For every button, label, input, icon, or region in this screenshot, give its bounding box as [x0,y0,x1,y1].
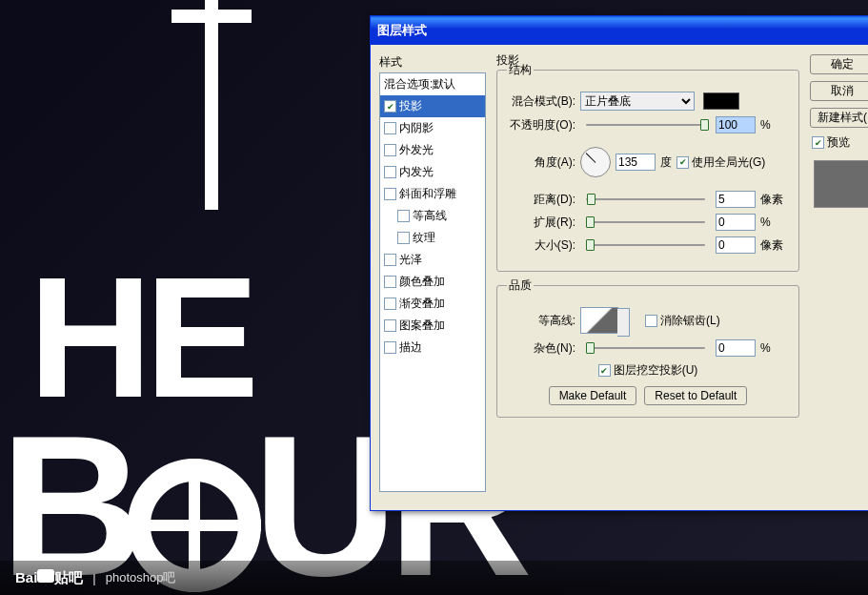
angle-input[interactable] [616,154,656,171]
quality-legend: 品质 [507,277,534,294]
spread-slider[interactable] [586,215,705,230]
style-item-label: 颜色叠加 [399,274,445,290]
checkbox-icon [397,210,410,222]
bg-shape [172,10,252,23]
style-item-label: 混合选项:默认 [384,76,455,92]
preview-swatch [814,160,868,208]
contour-label: 等高线: [507,313,575,329]
distance-unit: 像素 [760,192,789,208]
size-slider[interactable] [586,237,705,253]
style-item-label: 斜面和浮雕 [399,186,456,202]
styles-list: 混合选项:默认投影内阴影外发光内发光斜面和浮雕等高线纹理光泽颜色叠加渐变叠加图案… [379,72,486,492]
style-item[interactable]: 颜色叠加 [380,271,485,293]
cancel-button[interactable]: 取消 [810,81,868,101]
size-input[interactable] [716,236,756,254]
styles-caption: 样式 [379,54,486,71]
angle-unit: 度 [660,154,672,171]
structure-group: 结构 混合模式(B): 正片叠底 不透明度(O): % 角度(A): [496,62,799,272]
style-item-label: 投影 [399,98,422,114]
style-item-label: 纹理 [413,230,435,246]
noise-slider[interactable] [586,340,705,356]
size-unit: 像素 [760,237,789,254]
quality-group: 品质 等高线: 消除锯齿(L) 杂色(N): % [496,277,799,418]
style-item[interactable]: 渐变叠加 [380,293,485,315]
ok-button[interactable]: 确定 [810,54,868,74]
angle-dial[interactable] [580,147,611,177]
spread-unit: % [760,215,789,229]
section-title: 投影 [496,52,519,69]
style-item-label: 渐变叠加 [399,296,445,312]
checkbox-icon [384,100,396,113]
angle-label: 角度(A): [507,154,575,171]
antialias-checkbox[interactable]: 消除锯齿(L) [645,313,720,329]
contour-picker[interactable] [580,307,618,334]
style-item[interactable]: 描边 [380,337,485,359]
watermark-brand: Bai贴吧 [15,569,83,587]
style-item-label: 等高线 [413,208,447,224]
dialog-titlebar[interactable]: 图层样式 [371,16,868,45]
spread-input[interactable] [716,214,756,231]
bg-shape [205,0,218,210]
style-item[interactable]: 外发光 [380,139,485,161]
paw-icon [37,569,54,583]
make-default-button[interactable]: Make Default [549,386,637,405]
opacity-input[interactable] [716,116,756,133]
shadow-color-swatch[interactable] [703,92,739,110]
checkbox-icon [384,298,396,310]
style-item[interactable]: 等高线 [380,205,485,227]
style-item-label: 外发光 [399,142,434,158]
style-item-label: 内发光 [399,164,434,180]
global-light-checkbox[interactable]: 使用全局光(G) [676,154,765,171]
new-style-button[interactable]: 新建样式( [810,108,868,128]
style-item-label: 内阴影 [399,120,434,136]
style-item[interactable]: 纹理 [380,227,485,249]
reset-default-button[interactable]: Reset to Default [644,386,747,405]
watermark-bar: Bai贴吧 | photoshop吧 [0,561,868,595]
checkbox-icon [384,122,396,134]
noise-input[interactable] [716,339,756,357]
distance-slider[interactable] [586,192,705,207]
checkbox-icon [676,156,689,169]
distance-input[interactable] [716,191,756,208]
distance-label: 距离(D): [507,192,575,208]
opacity-unit: % [760,118,789,132]
checkbox-icon [812,136,824,149]
style-item[interactable]: 投影 [380,95,485,117]
dialog-title: 图层样式 [377,22,427,39]
checkbox-icon [384,319,396,332]
blend-label: 混合模式(B): [507,93,575,110]
opacity-slider[interactable] [586,117,705,133]
knockout-checkbox[interactable]: 图层挖空投影(U) [598,362,698,379]
checkbox-icon [384,276,396,288]
checkbox-icon [384,188,396,200]
preview-checkbox[interactable]: 预览 [812,134,868,151]
style-item-label: 描边 [399,339,422,356]
watermark-sep: | [92,571,95,585]
checkbox-icon [384,166,396,178]
opacity-label: 不透明度(O): [507,117,575,133]
style-item-label: 光泽 [399,252,422,268]
layer-style-dialog: 图层样式 样式 混合选项:默认投影内阴影外发光内发光斜面和浮雕等高线纹理光泽颜色… [370,15,868,511]
blend-mode-select[interactable]: 正片叠底 [580,92,695,111]
style-item[interactable]: 光泽 [380,249,485,271]
noise-label: 杂色(N): [507,340,575,357]
style-item[interactable]: 混合选项:默认 [380,73,485,95]
checkbox-icon [384,254,396,266]
checkbox-icon [645,315,657,327]
noise-unit: % [760,341,789,355]
checkbox-icon [397,232,410,244]
size-label: 大小(S): [507,237,575,254]
checkbox-icon [598,364,611,377]
style-item[interactable]: 斜面和浮雕 [380,183,485,205]
checkbox-icon [384,341,396,354]
style-item[interactable]: 图案叠加 [380,315,485,337]
style-item[interactable]: 内发光 [380,161,485,183]
checkbox-icon [384,144,396,156]
spread-label: 扩展(R): [507,215,575,231]
style-item-label: 图案叠加 [399,318,445,334]
watermark-text: photoshop吧 [106,569,176,586]
style-item[interactable]: 内阴影 [380,117,485,139]
